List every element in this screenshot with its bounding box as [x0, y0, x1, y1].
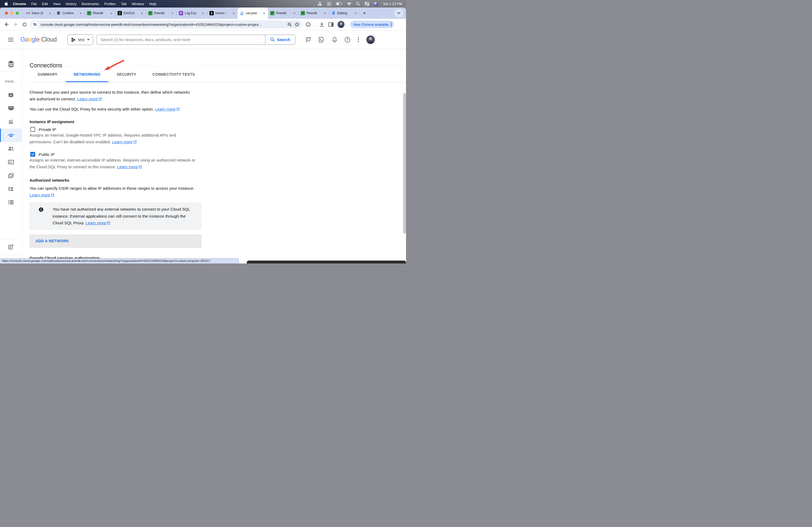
menu-edit[interactable]: Edit — [42, 2, 48, 6]
sidebar-item-backups[interactable] — [0, 169, 22, 182]
new-tab-button[interactable]: + — [360, 10, 369, 16]
sidebar-item-replicas[interactable] — [0, 182, 22, 196]
close-tab-icon[interactable]: × — [323, 11, 327, 15]
menu-bookmarks[interactable]: Bookmarks — [82, 2, 99, 6]
more-vert-icon[interactable] — [358, 37, 359, 42]
tab-search-button[interactable] — [394, 9, 403, 17]
macos-menu-bar: Chrome File Edit View History Bookmarks … — [0, 0, 406, 7]
sidebar-item-overview[interactable] — [0, 88, 22, 102]
private-ip-checkbox[interactable] — [30, 127, 35, 132]
battery-icon[interactable] — [336, 2, 342, 5]
app-icon[interactable] — [327, 2, 331, 6]
menu-history[interactable]: History — [66, 2, 76, 6]
close-tab-icon[interactable]: × — [201, 11, 205, 15]
browser-tab-dais24[interactable]: DAIS DAIS24 × — [115, 7, 146, 19]
cloud-sql-logo-icon — [0, 57, 22, 71]
wifi-icon[interactable] — [347, 2, 351, 6]
download-icon[interactable] — [319, 22, 324, 27]
back-icon[interactable] — [4, 22, 9, 27]
sidebar-item-users[interactable] — [0, 142, 22, 155]
browser-tab-editing[interactable]: Editing × — [329, 7, 360, 19]
sidebar-item-query-insights[interactable] — [0, 115, 22, 129]
url-text[interactable]: console.cloud.google.com/sql/instances/s… — [41, 22, 284, 27]
sidebar-item-operations[interactable] — [0, 196, 22, 209]
browser-tab-peerdb-3[interactable]: Peerdb × — [268, 7, 298, 19]
browser-tab-peerdb-2[interactable]: Peerdb × — [146, 7, 176, 19]
minimize-window-button[interactable] — [10, 12, 13, 15]
avatar[interactable] — [337, 21, 345, 28]
browser-tab-log-explorer[interactable]: Log Exp × — [177, 7, 207, 19]
side-panel-icon[interactable] — [329, 22, 334, 27]
help-icon[interactable]: ? — [345, 37, 350, 43]
zoom-icon[interactable] — [287, 22, 292, 27]
sidebar-item-databases[interactable] — [0, 155, 22, 169]
learn-more-link[interactable]: Learn more — [155, 107, 180, 111]
learn-more-link[interactable]: Learn more — [112, 139, 137, 144]
control-center-icon[interactable] — [365, 2, 369, 6]
menu-help[interactable]: Help — [149, 2, 157, 6]
public-ip-row: Public IP — [30, 152, 406, 157]
forward-icon[interactable] — [13, 22, 18, 27]
learn-more-link[interactable]: Learn more — [117, 165, 142, 169]
search-input[interactable] — [97, 37, 265, 42]
close-tab-icon[interactable]: × — [292, 11, 296, 15]
search-icon[interactable] — [356, 2, 360, 6]
learn-more-link[interactable]: Learn more — [30, 193, 54, 197]
feedback-icon[interactable] — [306, 37, 311, 43]
browser-tab-inbox[interactable]: Inbox (5 × — [24, 7, 54, 19]
scrollbar-thumb[interactable] — [403, 93, 406, 234]
menu-tab[interactable]: Tab — [121, 2, 127, 6]
bookmark-star-icon[interactable] — [294, 22, 300, 27]
siri-icon[interactable] — [374, 2, 378, 6]
zoom-window-button[interactable] — [16, 12, 19, 15]
new-chrome-available-button[interactable]: New Chrome available — [350, 21, 394, 28]
browser-tab-peerdb-1[interactable]: Peerdb × — [85, 7, 115, 19]
stats-icon[interactable] — [318, 2, 322, 6]
close-tab-icon[interactable]: × — [140, 11, 144, 15]
menu-view[interactable]: View — [53, 2, 60, 6]
close-tab-icon[interactable]: × — [354, 11, 358, 15]
extensions-icon[interactable] — [306, 22, 311, 27]
learn-more-link[interactable]: Learn more — [86, 221, 110, 225]
pip-window-edge[interactable] — [247, 260, 406, 264]
chevron-down-icon — [397, 12, 400, 14]
sidebar-item-system-insights[interactable] — [0, 102, 22, 115]
tab-summary[interactable]: SUMMARY — [30, 66, 66, 82]
browser-tab-conference[interactable]: Confere × — [54, 7, 85, 19]
menu-window[interactable]: Window — [132, 2, 144, 6]
avatar[interactable] — [366, 35, 375, 44]
tab-security[interactable]: SECURITY — [108, 66, 144, 82]
menu-chrome[interactable]: Chrome — [13, 2, 26, 6]
close-tab-icon[interactable]: × — [171, 11, 174, 15]
notifications-bell-icon[interactable] — [332, 37, 337, 43]
add-network-button[interactable]: ADD A NETWORK — [30, 235, 201, 248]
cloud-shell-icon[interactable] — [319, 37, 325, 42]
tab-networking[interactable]: NETWORKING — [66, 66, 108, 82]
close-tab-icon[interactable]: × — [79, 11, 83, 15]
menu-profiles[interactable]: Profiles — [104, 2, 116, 6]
sidebar-item-connections[interactable] — [0, 129, 22, 142]
google-cloud-logo[interactable]: Google Cloud — [20, 36, 57, 43]
hamburger-menu-icon[interactable] — [8, 38, 13, 42]
menu-file[interactable]: File — [31, 2, 37, 6]
menu-clock[interactable]: Sat 1:22 PM — [383, 2, 402, 6]
browser-tab-x-home[interactable]: X Home / × — [207, 7, 238, 19]
address-bar[interactable]: console.cloud.google.com/sql/instances/s… — [30, 20, 302, 28]
browser-tab-cloud-sql-active[interactable]: sai-peer × — [238, 7, 268, 19]
reload-icon[interactable] — [22, 22, 27, 27]
project-selector[interactable]: test — [68, 34, 93, 45]
close-window-button[interactable] — [5, 12, 8, 15]
close-tab-icon[interactable]: × — [262, 11, 266, 15]
connections-icon — [8, 133, 14, 138]
close-tab-icon[interactable]: × — [232, 11, 235, 15]
browser-tab-peerdb-4[interactable]: Peerdb × — [299, 7, 329, 19]
public-ip-checkbox[interactable] — [30, 152, 35, 157]
learn-more-link[interactable]: Learn more — [77, 96, 102, 101]
close-tab-icon[interactable]: × — [109, 11, 113, 15]
close-tab-icon[interactable]: × — [48, 11, 52, 15]
apple-icon[interactable] — [4, 2, 8, 6]
search-button[interactable]: Search — [265, 35, 295, 45]
tab-connectivity-tests[interactable]: CONNECTIVITY TESTS — [144, 66, 203, 82]
site-settings-icon[interactable] — [31, 21, 39, 28]
sidebar-item-release-notes[interactable] — [0, 240, 22, 254]
